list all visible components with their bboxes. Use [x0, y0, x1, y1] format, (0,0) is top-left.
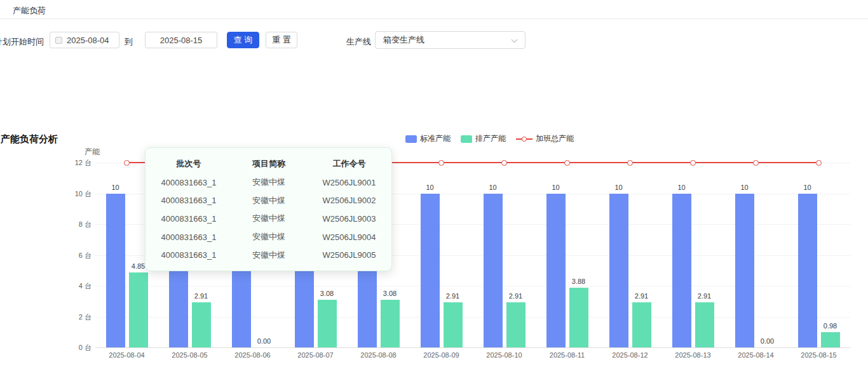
bar-value-label: 10 [100, 184, 132, 191]
bar-value-label: 10 [477, 184, 509, 191]
tooltip-row: 4000831663_1安徽中煤W2506JL9003 [146, 210, 391, 228]
bar-scheduled-capacity[interactable] [569, 288, 588, 347]
y-axis-tick-label: 4 台 [61, 281, 92, 291]
overtime-line-marker [690, 160, 696, 166]
bar-standard-capacity[interactable] [421, 194, 440, 348]
bar-scheduled-capacity[interactable] [821, 332, 840, 347]
tooltip-cell: 4000831663_1 [146, 196, 232, 205]
bar-value-label: 0.00 [248, 337, 280, 345]
tooltip-cell: 安徽中煤 [232, 231, 306, 243]
bar-value-label: 2.91 [437, 292, 469, 300]
tooltip-cell: 安徽中煤 [232, 213, 306, 224]
tooltip-header-project: 项目简称 [232, 158, 306, 170]
tooltip-header-row: 批次号 项目简称 工作令号 [146, 154, 391, 173]
tooltip-cell: W2506JL9004 [306, 232, 393, 242]
capacity-load-chart: 产能0 台2 台4 台6 台8 台10 台12 台104.852025-08-0… [0, 0, 868, 369]
bar-value-label: 3.88 [563, 278, 595, 285]
y-axis-tick-label: 8 台 [61, 220, 92, 229]
y-axis-name: 产能 [85, 147, 100, 158]
chart-tooltip: 批次号 项目简称 工作令号 4000831663_1安徽中煤W2506JL900… [145, 147, 392, 271]
overtime-line-marker [564, 160, 570, 166]
bar-value-label: 10 [414, 184, 446, 191]
tooltip-cell: 4000831663_1 [146, 250, 232, 260]
tooltip-cell: 4000831663_1 [146, 232, 232, 242]
tooltip-cell: W2506JL9005 [306, 250, 393, 260]
bar-value-label: 2.91 [500, 292, 532, 300]
x-axis-tick-label: 2025-08-08 [348, 351, 410, 359]
bar-standard-capacity[interactable] [106, 194, 125, 348]
bar-value-label: 3.08 [311, 290, 343, 297]
x-axis-tick-label: 2025-08-10 [473, 351, 536, 359]
tooltip-row: 4000831663_1安徽中煤W2506JL9004 [146, 228, 391, 246]
bar-standard-capacity[interactable] [484, 194, 503, 348]
y-axis-tick-label: 12 台 [61, 158, 92, 168]
bar-value-label: 10 [792, 184, 824, 191]
tooltip-cell: 4000831663_1 [146, 178, 232, 187]
tooltip-cell: 安徽中煤 [232, 177, 306, 188]
x-axis-tick-label: 2025-08-09 [410, 351, 473, 359]
overtime-line-marker [753, 160, 759, 166]
bar-standard-capacity[interactable] [546, 194, 566, 348]
x-axis-tick-label: 2025-08-13 [662, 351, 724, 359]
bar-scheduled-capacity[interactable] [129, 272, 148, 347]
tooltip-cell: W2506JL9002 [306, 196, 393, 205]
tooltip-header-batch: 批次号 [146, 158, 232, 170]
x-axis-tick-label: 2025-08-07 [285, 351, 347, 359]
overtime-line-marker [501, 160, 507, 166]
overtime-line-marker [438, 160, 444, 166]
overtime-line-marker [627, 160, 633, 166]
x-axis-tick-label: 2025-08-11 [536, 351, 599, 359]
bar-value-label: 10 [666, 184, 698, 191]
bar-scheduled-capacity[interactable] [632, 302, 651, 347]
overtime-line-marker [816, 160, 822, 166]
x-axis-tick-label: 2025-08-14 [725, 351, 787, 359]
bar-standard-capacity[interactable] [609, 194, 628, 348]
tooltip-body: 4000831663_1安徽中煤W2506JL90014000831663_1安… [146, 173, 391, 264]
tooltip-cell: 安徽中煤 [232, 250, 306, 261]
tooltip-row: 4000831663_1安徽中煤W2506JL9002 [146, 192, 391, 210]
y-axis-tick-label: 6 台 [61, 251, 92, 260]
x-axis-tick-label: 2025-08-05 [159, 351, 221, 359]
x-axis-tick-label: 2025-08-06 [222, 351, 284, 359]
tooltip-row: 4000831663_1安徽中煤W2506JL9001 [146, 173, 391, 192]
bar-scheduled-capacity[interactable] [318, 300, 337, 347]
bar-value-label: 10 [603, 184, 635, 191]
tooltip-cell: 安徽中煤 [232, 195, 306, 206]
tooltip-row: 4000831663_1安徽中煤W2506JL9005 [146, 246, 391, 264]
bar-scheduled-capacity[interactable] [192, 302, 211, 347]
bar-value-label: 0.98 [815, 322, 846, 330]
overtime-line-marker [124, 160, 130, 166]
bar-scheduled-capacity[interactable] [444, 302, 463, 347]
bar-standard-capacity[interactable] [672, 194, 691, 348]
y-axis-tick-label: 10 台 [61, 189, 92, 199]
bar-value-label: 2.91 [626, 292, 658, 300]
x-axis-tick-label: 2025-08-12 [599, 351, 661, 359]
bar-value-label: 10 [540, 184, 572, 191]
gridline [95, 347, 850, 348]
tooltip-header-workorder: 工作令号 [306, 158, 393, 170]
bar-value-label: 2.91 [186, 292, 217, 300]
x-axis-tick-label: 2025-08-04 [96, 351, 158, 359]
bar-value-label: 10 [729, 184, 761, 191]
bar-scheduled-capacity[interactable] [381, 300, 400, 347]
bar-standard-capacity[interactable] [735, 194, 754, 348]
bar-value-label: 2.91 [689, 292, 721, 300]
tooltip-cell: W2506JL9003 [306, 214, 393, 224]
tooltip-cell: 4000831663_1 [146, 214, 232, 224]
bar-value-label: 3.08 [374, 290, 406, 297]
bar-value-label: 0.00 [752, 337, 783, 345]
x-axis-tick-label: 2025-08-15 [788, 351, 850, 359]
y-axis-tick-label: 0 台 [61, 343, 92, 352]
bar-scheduled-capacity[interactable] [506, 302, 526, 347]
tooltip-cell: W2506JL9001 [306, 178, 393, 187]
bar-scheduled-capacity[interactable] [695, 302, 714, 347]
y-axis-tick-label: 2 台 [61, 312, 92, 322]
